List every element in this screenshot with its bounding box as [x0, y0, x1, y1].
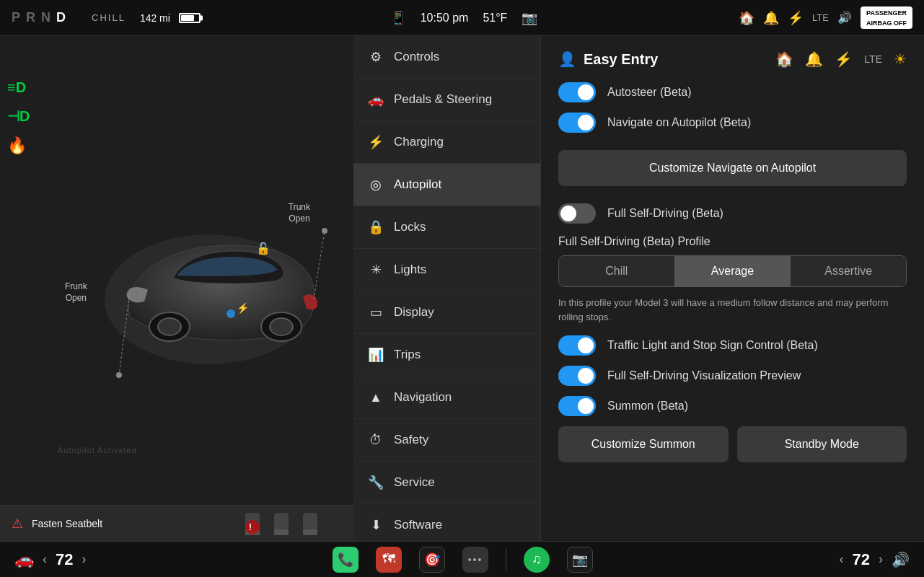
app-target[interactable]: 🎯: [419, 547, 445, 573]
charging-icon: ⚡: [368, 134, 384, 150]
temp-right-up-arrow[interactable]: ›: [879, 552, 883, 567]
bell-icon[interactable]: 🔔: [763, 10, 779, 26]
car-bottom-icon[interactable]: 🚗: [14, 550, 34, 569]
bluetooth-icon[interactable]: ⚡: [788, 10, 804, 26]
customize-summon-button[interactable]: Customize Summon: [558, 426, 729, 462]
menu-item-lights[interactable]: ✳ Lights: [353, 249, 540, 291]
software-label: Software: [394, 518, 442, 532]
gear-n[interactable]: N: [41, 10, 50, 25]
menu-item-display[interactable]: ▭ Display: [353, 291, 540, 334]
display-label: Display: [394, 305, 434, 320]
app-phone[interactable]: 📞: [333, 547, 358, 573]
alert-icon: ⚠: [12, 516, 23, 532]
bell-panel-icon[interactable]: 🔔: [805, 50, 823, 68]
autosteer-label: Autosteer (Beta): [607, 86, 692, 99]
autosteer-row: Autosteer (Beta): [558, 82, 907, 102]
temp-left-down-arrow[interactable]: ‹: [43, 552, 47, 567]
customize-navigate-button[interactable]: Customize Navigate on Autopilot: [558, 150, 907, 186]
menu-item-software[interactable]: ⬇ Software: [353, 504, 540, 541]
trips-label: Trips: [394, 348, 421, 362]
camera-icon[interactable]: 📷: [522, 10, 537, 26]
autosteer-toggle[interactable]: [558, 82, 596, 102]
home-panel-icon[interactable]: 🏠: [775, 50, 793, 68]
gear-selector[interactable]: P R N D: [0, 10, 77, 25]
software-icon: ⬇: [368, 517, 384, 533]
bt-panel-icon[interactable]: ⚡: [835, 50, 853, 68]
battery-icon: [179, 13, 201, 23]
signal-icon: LTE: [812, 12, 829, 23]
fsd-row: Full Self-Driving (Beta): [558, 203, 907, 224]
menu-item-charging[interactable]: ⚡ Charging: [353, 121, 540, 164]
trips-icon: 📊: [368, 347, 384, 363]
frunk-label: Frunk Open: [65, 281, 87, 304]
lights-label: Lights: [394, 263, 426, 277]
service-icon: 🔧: [368, 475, 384, 490]
menu-item-pedals[interactable]: 🚗 Pedals & Steering: [353, 79, 540, 121]
bottom-bar: 🚗 ‹ 72 › 📞 🗺 🎯 ••• ♫ 📷 ‹ 72 › 🔊: [0, 541, 924, 577]
gear-p[interactable]: P: [12, 10, 20, 25]
app-spotify[interactable]: ♫: [524, 547, 550, 573]
temp-left-up-arrow[interactable]: ›: [82, 552, 86, 567]
gear-d[interactable]: D: [56, 10, 66, 25]
gear-r[interactable]: R: [26, 10, 35, 25]
left-panel: ≡D ⊣D 🔥 Frunk Open Trunk Open: [0, 36, 353, 541]
menu-item-autopilot[interactable]: ◎ Autopilot: [353, 164, 540, 206]
fsd-toggle[interactable]: [558, 203, 596, 224]
pedals-icon: 🚗: [368, 92, 384, 107]
right-panel-icons: 🏠 🔔 ⚡ LTE ☀: [775, 50, 907, 68]
fsd-viz-toggle[interactable]: [558, 366, 596, 386]
camera-bottom-icon: 📷: [572, 552, 588, 568]
volume-icon[interactable]: 🔊: [837, 11, 852, 25]
top-bar-right: 🏠 🔔 ⚡ LTE 🔊 PASSENGER AIRBAG OFF: [727, 6, 924, 29]
traffic-light-row: Traffic Light and Stop Sign Control (Bet…: [558, 335, 907, 356]
fsd-profile-title: Full Self-Driving (Beta) Profile: [558, 235, 907, 248]
temp-right-down-arrow[interactable]: ‹: [840, 552, 844, 567]
menu-item-locks[interactable]: 🔒 Locks: [353, 206, 540, 249]
summon-label: Summon (Beta): [607, 400, 688, 413]
svg-text:!: !: [249, 522, 252, 532]
traffic-light-toggle[interactable]: [558, 335, 596, 356]
volume-bottom-icon[interactable]: 🔊: [892, 551, 910, 568]
locks-icon: 🔒: [368, 219, 384, 235]
menu-item-controls[interactable]: ⚙ Controls: [353, 36, 540, 79]
safety-icon: ⏱: [368, 432, 384, 448]
profile-chill-button[interactable]: Chill: [559, 256, 675, 286]
autopilot-icon: ◎: [368, 177, 384, 193]
phone-icon: 📞: [338, 552, 353, 568]
target-icon: 🎯: [424, 552, 440, 568]
profile-assertive-button[interactable]: Assertive: [791, 256, 906, 286]
bottom-divider: [506, 549, 506, 571]
summon-toggle[interactable]: [558, 396, 596, 416]
app-maps[interactable]: 🗺: [376, 547, 402, 573]
right-panel-title: 👤 Easy Entry: [558, 50, 658, 68]
standby-mode-button[interactable]: Standby Mode: [737, 426, 907, 462]
menu-item-safety[interactable]: ⏱ Safety: [353, 419, 540, 462]
controls-icon: ⚙: [368, 49, 384, 65]
app-camera[interactable]: 📷: [567, 547, 593, 573]
summon-row: Summon (Beta): [558, 396, 907, 416]
svg-point-8: [116, 372, 122, 378]
screen-icon[interactable]: 📱: [390, 10, 406, 26]
svg-point-4: [270, 318, 293, 335]
home-icon[interactable]: 🏠: [739, 10, 754, 26]
fsd-profile-buttons: Chill Average Assertive: [558, 255, 907, 287]
alert-bar: ⚠ Fasten Seatbelt !: [0, 505, 353, 541]
safety-label: Safety: [394, 433, 428, 447]
car-view: Frunk Open Trunk Open: [43, 72, 346, 505]
app-dots[interactable]: •••: [462, 547, 488, 573]
profile-average-button[interactable]: Average: [675, 256, 791, 286]
menu-item-navigation[interactable]: ▲ Navigation: [353, 376, 540, 419]
fsd-viz-row: Full Self-Driving Visualization Preview: [558, 366, 907, 386]
left-indicators: ≡D ⊣D 🔥: [7, 79, 30, 155]
brightness-icon[interactable]: ☀: [894, 50, 907, 68]
menu-item-trips[interactable]: 📊 Trips: [353, 334, 540, 376]
svg-text:🔓: 🔓: [256, 242, 270, 255]
controls-label: Controls: [394, 50, 439, 64]
seat-preview: !: [209, 506, 353, 542]
menu-item-service[interactable]: 🔧 Service: [353, 462, 540, 504]
lights-icon: ✳: [368, 262, 384, 278]
svg-point-5: [226, 309, 235, 318]
navigate-autopilot-row: Navigate on Autopilot (Beta): [558, 113, 907, 133]
navigate-autopilot-toggle[interactable]: [558, 113, 596, 133]
svg-point-10: [322, 228, 327, 234]
